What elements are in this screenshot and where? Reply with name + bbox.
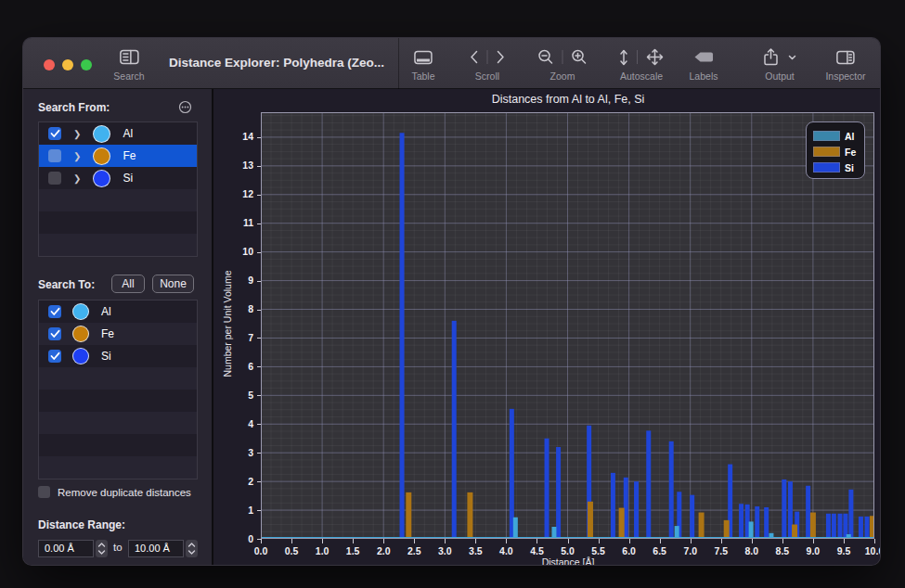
x-tick-mark [414, 539, 415, 543]
toolbar-search-label: Search [113, 70, 144, 82]
toolbar-scroll-buttons[interactable]: Scroll [471, 45, 505, 82]
x-tick-label: 6.5 [653, 545, 666, 556]
checkbox-al[interactable] [48, 127, 61, 140]
checkbox-si[interactable] [48, 172, 61, 185]
x-tick-label: 0.5 [285, 545, 299, 556]
list-item-si[interactable]: ❯Si [39, 167, 197, 189]
x-tick-label: 8.0 [744, 545, 758, 556]
checkbox-fe[interactable] [48, 327, 61, 340]
x-tick-label: 10.0 [865, 545, 881, 556]
bar-si [806, 486, 810, 539]
sidebar: Search From: ❯Al❯Fe❯Si Search To: All No… [23, 89, 213, 566]
bar-si [859, 517, 863, 539]
bar-si [545, 439, 549, 539]
search-to-header: Search To: [38, 278, 95, 291]
legend-label: Al [845, 131, 855, 142]
y-tick-mark [257, 252, 261, 253]
desktop-background: Search Distance Explorer: Polyhedra (Zeo… [0, 0, 905, 588]
bar-si [755, 506, 759, 539]
element-color-circle [72, 303, 89, 320]
close-button[interactable] [44, 59, 55, 70]
x-tick-mark [629, 539, 630, 543]
distance-min-field[interactable]: 0.00 Å [38, 540, 94, 557]
checkbox-al[interactable] [48, 305, 61, 318]
chevron-left-icon [471, 50, 479, 64]
distance-min-stepper[interactable] [96, 540, 108, 557]
bar-fe [588, 502, 593, 539]
x-tick-label: 4.0 [499, 545, 513, 556]
chart-title: Distances from Al to Al, Fe, Si [492, 93, 645, 106]
toolbar-output-button[interactable]: Output [763, 45, 796, 82]
inspector-panel-icon [825, 45, 865, 70]
x-tick-mark [660, 539, 661, 543]
y-tick-mark [257, 481, 261, 482]
bar-si [826, 514, 831, 539]
list-empty-row [39, 234, 197, 256]
disclosure-chevron-icon[interactable]: ❯ [73, 173, 81, 184]
toolbar-search-button[interactable]: Search [113, 45, 144, 82]
element-label: Fe [123, 149, 136, 162]
x-tick-label: 2.5 [407, 545, 421, 556]
bar-fe [467, 492, 472, 539]
x-tick-mark [813, 539, 814, 543]
x-tick-mark [322, 539, 323, 543]
element-color-circle [93, 147, 110, 165]
titlebar: Search Distance Explorer: Polyhedra (Zeo… [23, 38, 880, 89]
bar-fe [619, 508, 625, 539]
element-color-circle [93, 125, 110, 143]
bar-al [749, 521, 754, 539]
legend-label: Si [845, 162, 854, 173]
list-item-fe[interactable]: Fe [39, 323, 197, 345]
y-tick-mark [257, 166, 261, 167]
list-empty-row [39, 367, 197, 390]
toolbar-inspector-button[interactable]: Inspector [825, 45, 865, 82]
remove-duplicates-checkbox[interactable] [38, 486, 50, 498]
distance-max-field[interactable]: 10.00 Å [128, 540, 184, 557]
x-tick-mark [691, 539, 692, 543]
bar-si [739, 504, 743, 539]
bar-fe [724, 520, 730, 539]
range-to-label: to [113, 542, 123, 553]
distance-max-stepper[interactable] [186, 540, 198, 557]
zoom-out-icon [538, 49, 554, 65]
minimize-button[interactable] [62, 59, 73, 70]
toolbar-autoscale-buttons[interactable]: Autoscale [619, 45, 664, 82]
app-window: Search Distance Explorer: Polyhedra (Zeo… [22, 37, 881, 566]
list-item-fe[interactable]: ❯Fe [39, 145, 197, 167]
more-options-icon[interactable] [178, 100, 192, 114]
legend-entry-al: Al [813, 129, 864, 143]
select-none-button[interactable]: None [152, 275, 194, 293]
toolbar-table-button[interactable]: Table [411, 45, 434, 82]
toolbar-output-label: Output [763, 70, 796, 82]
bar-si [782, 479, 786, 539]
legend-swatch [813, 131, 840, 141]
titlebar-separator [398, 38, 399, 89]
y-tick-label: 3 [216, 447, 253, 458]
toolbar-labels-button[interactable]: Labels [690, 45, 718, 82]
list-item-si[interactable]: Si [39, 345, 197, 367]
window-title: Distance Explorer: Polyhedra (Zeo... [169, 56, 384, 70]
select-all-button[interactable]: All [111, 275, 145, 293]
y-tick-label: 1 [216, 505, 253, 516]
disclosure-chevron-icon[interactable]: ❯ [73, 151, 81, 161]
disclosure-chevron-icon[interactable]: ❯ [73, 129, 81, 139]
list-item-al[interactable]: ❯Al [39, 122, 197, 145]
x-tick-label: 9.5 [837, 545, 851, 556]
x-tick-mark [537, 539, 537, 543]
plot-area[interactable] [261, 112, 874, 539]
checkbox-fe[interactable] [48, 149, 61, 162]
element-label: Al [123, 127, 133, 140]
list-item-al[interactable]: Al [39, 300, 197, 323]
element-label: Si [123, 172, 133, 185]
element-label: Fe [101, 327, 114, 340]
x-tick-mark [782, 539, 783, 543]
share-icon [763, 48, 779, 66]
checkbox-si[interactable] [48, 350, 61, 363]
y-tick-mark [257, 366, 261, 367]
y-tick-mark [257, 195, 261, 196]
bar-fe [810, 513, 816, 539]
zoom-window-button[interactable] [81, 59, 92, 70]
toolbar-zoom-buttons[interactable]: Zoom [538, 45, 588, 82]
x-tick-mark [752, 539, 753, 543]
bar-si [837, 514, 842, 539]
